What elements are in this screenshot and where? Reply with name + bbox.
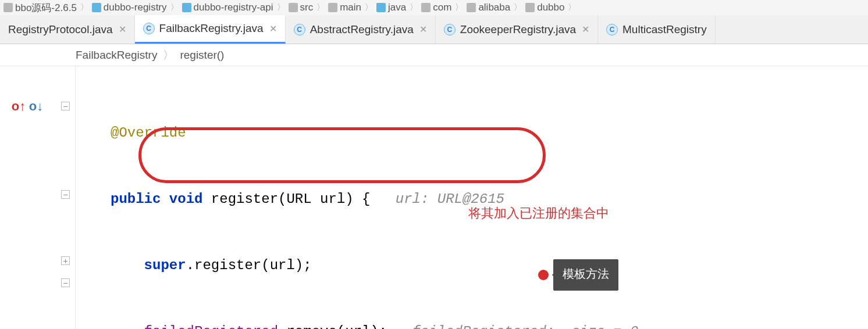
chevron-right-icon: 〉 — [455, 2, 463, 13]
breadcrumb-item[interactable]: bbo源码-2.6.5 — [2, 1, 78, 15]
close-icon[interactable]: ✕ — [582, 24, 589, 35]
breadcrumb-item[interactable]: dubbo — [524, 2, 565, 13]
breadcrumb-item[interactable]: com — [420, 2, 453, 13]
chevron-right-icon: 〉 — [568, 2, 576, 13]
class-icon: C — [444, 24, 456, 35]
code-editor[interactable]: @Override public void register(URL url) … — [76, 66, 868, 329]
nav-method[interactable]: register() — [180, 49, 224, 62]
tab-failback-registry[interactable]: CFailbackRegistry.java✕ — [135, 15, 286, 44]
breadcrumb-item[interactable]: main — [327, 2, 362, 13]
tab-registry-protocol[interactable]: RegistryProtocol.java✕ — [0, 15, 135, 44]
annotation-callout: 模板方法 — [538, 259, 618, 291]
breadcrumb-item[interactable]: alibaba — [465, 2, 511, 13]
callout-box: 模板方法 — [553, 259, 618, 291]
project-breadcrumb: bbo源码-2.6.5〉 dubbo-registry〉 dubbo-regis… — [0, 0, 868, 15]
folder-icon — [328, 3, 337, 12]
override-markers[interactable]: o↑ o↓ — [10, 98, 44, 115]
inline-hint: failedRegistered: size = 0 — [412, 324, 639, 329]
folder-icon — [289, 3, 298, 12]
chevron-right-icon: 〉 — [277, 2, 285, 13]
close-icon[interactable]: ✕ — [269, 23, 277, 34]
folder-icon — [467, 3, 476, 12]
tab-abstract-registry[interactable]: CAbstractRegistry.java✕ — [286, 15, 436, 44]
nav-class[interactable]: FailbackRegistry — [76, 49, 157, 62]
annotation-text-1: 将其加入已注册的集合中 — [468, 202, 609, 224]
breadcrumb-item[interactable]: dubbo-registry — [91, 2, 168, 13]
tab-zookeeper-registry[interactable]: CZookeeperRegistry.java✕ — [436, 15, 598, 44]
close-icon[interactable]: ✕ — [419, 24, 427, 35]
module-icon — [182, 3, 191, 12]
code-breadcrumb: FailbackRegistry 〉 register() — [0, 44, 868, 66]
class-icon: C — [606, 24, 618, 35]
module-icon — [92, 3, 101, 12]
chevron-right-icon: 〉 — [365, 2, 373, 13]
source-root-icon — [376, 3, 386, 12]
fold-toggle-icon[interactable]: − — [61, 278, 70, 287]
fold-expand-icon[interactable]: + — [61, 256, 70, 265]
tab-multicast-registry[interactable]: CMulticastRegistry — [598, 15, 716, 44]
editor-tabs: RegistryProtocol.java✕ CFailbackRegistry… — [0, 15, 868, 44]
chevron-right-icon: 〉 — [163, 48, 174, 63]
breadcrumb-item[interactable]: src — [287, 2, 315, 13]
annotation-override: @Override — [111, 125, 186, 141]
breadcrumb-item[interactable]: dubbo-registry-api — [181, 2, 275, 13]
gutter: o↑ o↓ − − + − — [0, 66, 76, 329]
breadcrumb-item[interactable]: java — [375, 2, 407, 13]
chevron-right-icon: 〉 — [514, 2, 522, 13]
chevron-right-icon: 〉 — [170, 2, 179, 13]
editor-area: o↑ o↓ − − + − @Override public void regi… — [0, 66, 868, 329]
close-icon[interactable]: ✕ — [119, 24, 126, 35]
folder-icon — [3, 3, 13, 12]
folder-icon — [421, 3, 431, 12]
chevron-right-icon: 〉 — [316, 2, 325, 13]
chevron-right-icon: 〉 — [80, 2, 88, 13]
overridden-down-icon[interactable]: o↓ — [28, 98, 44, 115]
chevron-right-icon: 〉 — [410, 2, 418, 13]
overriding-up-icon[interactable]: o↑ — [10, 98, 27, 115]
fold-toggle-icon[interactable]: − — [61, 102, 70, 110]
class-icon: C — [143, 23, 155, 34]
class-icon: C — [294, 24, 305, 35]
fold-toggle-icon[interactable]: − — [61, 190, 70, 199]
folder-icon — [525, 3, 535, 12]
